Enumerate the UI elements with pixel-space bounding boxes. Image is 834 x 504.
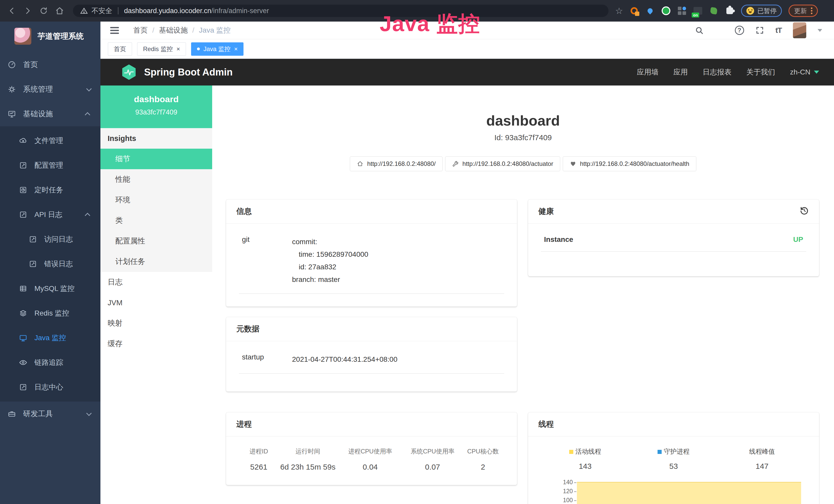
sba-nav-about[interactable]: 关于我们 — [746, 67, 775, 77]
sidebar-item-file-manage[interactable]: 文件管理 — [0, 129, 101, 153]
sidebar-item-mysql-monitor[interactable]: MySQL 监控 — [0, 276, 101, 301]
health-card: 健康 Instance UP — [528, 200, 819, 276]
breadcrumb-current: Java 监控 — [199, 25, 231, 35]
sba-nav-journal[interactable]: 日志报表 — [703, 67, 731, 77]
sba-logo-icon — [122, 64, 136, 80]
sidebar-item-system[interactable]: 系统管理 — [0, 77, 101, 102]
actuator-url-button[interactable]: http://192.168.0.2:48080/actuator — [445, 156, 560, 171]
sba-item-config-props[interactable]: 配置属性 — [101, 231, 212, 251]
sidebar-item-scheduled-tasks[interactable]: 定时任务 — [0, 178, 101, 202]
sidebar-item-config-manage[interactable]: 配置管理 — [0, 153, 101, 178]
monitor-icon — [8, 110, 16, 118]
bookmark-star-icon[interactable]: ☆ — [615, 6, 623, 15]
user-menu-caret-icon[interactable] — [817, 29, 822, 32]
kebab-menu-icon[interactable] — [811, 7, 812, 14]
sba-item-classes[interactable]: 类 — [101, 210, 212, 231]
health-url-button[interactable]: http://192.168.0.2:48080/actuator/health — [563, 156, 696, 171]
sidebar-item-infra[interactable]: 基础设施 — [0, 102, 101, 126]
tab-redis-monitor[interactable]: Redis 监控 × — [137, 42, 186, 56]
history-icon[interactable] — [799, 206, 809, 217]
leaf-extension-icon[interactable] — [709, 6, 719, 16]
briefcase-icon — [8, 410, 16, 418]
sba-item-details[interactable]: 细节 — [101, 148, 212, 169]
search-icon[interactable] — [695, 26, 704, 35]
sidebar-item-log-center[interactable]: 日志中心 — [0, 375, 101, 399]
user-avatar[interactable] — [793, 22, 806, 38]
fullscreen-icon[interactable] — [755, 26, 764, 35]
language-caret-icon — [814, 71, 819, 74]
process-table-values: 5261 6d 23h 15m 59s 0.04 0.07 2 — [239, 463, 504, 472]
pin-extension-icon[interactable] — [645, 6, 655, 16]
sba-item-metrics[interactable]: 性能 — [101, 169, 212, 190]
app-logo-row: 芋道管理系统 — [0, 22, 101, 47]
grid-extension-icon[interactable] — [677, 6, 686, 16]
gear-icon — [8, 85, 16, 93]
collapse-sidebar-icon[interactable] — [110, 30, 119, 31]
process-card: 进程 进程ID 运行时间 进程CPU使用率 系统CPU使用率 CPU核心数 52… — [226, 412, 517, 485]
sidebar-item-dev-tools[interactable]: 研发工具 — [0, 402, 101, 426]
log-edit-icon — [19, 210, 27, 219]
tab-home[interactable]: 首页 — [108, 42, 132, 56]
sidebar-item-java-monitor[interactable]: Java 监控 — [0, 325, 101, 350]
language-selector[interactable]: zh-CN — [790, 68, 819, 76]
forward-icon[interactable] — [23, 6, 32, 16]
screen-icon — [19, 334, 27, 342]
sidebar-item-api-log[interactable]: API 日志 — [0, 202, 101, 227]
threads-chart: 140 120 100 — [541, 478, 806, 504]
chevron-down-icon — [86, 411, 92, 416]
uptime-value: 6d 23h 15m 59s — [279, 463, 337, 472]
y-extension-icon[interactable] — [661, 6, 671, 16]
log-edit-icon — [29, 235, 37, 244]
download-extension-icon[interactable] — [630, 6, 639, 16]
help-icon[interactable]: ? — [735, 26, 744, 35]
peak-threads-value: 147 — [718, 462, 806, 471]
not-secure-warning-icon — [80, 7, 88, 15]
sba-item-logs[interactable]: 日志 — [101, 272, 212, 293]
app-menu: 首页 系统管理 基础设施 文件管理 配置管理 — [0, 52, 101, 426]
browser-nav — [7, 6, 64, 16]
sidebar-item-error-log[interactable]: 错误日志 — [0, 252, 101, 276]
log-edit-icon — [19, 383, 27, 391]
font-size-icon[interactable]: tT — [775, 26, 782, 35]
sba-item-jvm[interactable]: JVM — [101, 293, 212, 313]
sidebar-item-access-log[interactable]: 访问日志 — [0, 227, 101, 252]
startup-row: startup 2021-04-27T00:44:31.254+08:00 — [239, 341, 504, 373]
extensions-puzzle-icon[interactable] — [725, 6, 734, 16]
gauge-icon — [8, 61, 16, 69]
close-tab-icon[interactable]: × — [176, 46, 180, 52]
sidebar-item-tracing[interactable]: 链路追踪 — [0, 350, 101, 375]
paused-badge[interactable]: 已暂停 — [741, 5, 782, 17]
app-window: 芋道管理系统 首页 系统管理 基础设施 文件管理 — [0, 22, 834, 504]
reload-icon[interactable] — [39, 6, 48, 16]
github-icon[interactable] — [715, 26, 724, 35]
heartbeat-icon — [570, 160, 576, 167]
sba-item-caches[interactable]: 缓存 — [101, 334, 212, 354]
log-edit-icon — [29, 260, 37, 268]
sba-item-scheduled[interactable]: 计划任务 — [101, 251, 212, 272]
sba-nav-wallboard[interactable]: 应用墙 — [637, 67, 659, 77]
app-logo — [14, 28, 31, 45]
home-icon — [357, 160, 364, 167]
breadcrumb-infra[interactable]: 基础设施 — [159, 25, 188, 35]
app-sidebar: 芋道管理系统 首页 系统管理 基础设施 文件管理 — [0, 22, 101, 504]
close-tab-icon[interactable]: × — [234, 46, 238, 52]
startup-value: 2021-04-27T00:44:31.254+08:00 — [292, 353, 397, 366]
switch-on-extension-icon[interactable]: on — [693, 6, 702, 16]
breadcrumb-home[interactable]: 首页 — [133, 25, 148, 35]
update-button[interactable]: 更新 — [789, 5, 818, 17]
threads-chart-plot — [577, 478, 801, 504]
sba-item-mappings[interactable]: 映射 — [101, 313, 212, 334]
sba-brand[interactable]: Spring Boot Admin — [144, 67, 233, 78]
home-icon[interactable] — [55, 6, 64, 16]
sba-item-environment[interactable]: 环境 — [101, 190, 212, 210]
system-cpu-value: 0.07 — [403, 463, 462, 472]
tab-java-monitor[interactable]: Java 监控 × — [191, 42, 243, 56]
info-card: 信息 git commit: time: 1596289704000 id: 2… — [226, 200, 517, 306]
sba-nav-applications[interactable]: 应用 — [674, 67, 688, 77]
address-bar[interactable]: 不安全 dashboard.yudao.iocoder.cn /infra/ad… — [73, 5, 609, 17]
sidebar-item-home[interactable]: 首页 — [0, 52, 101, 77]
layers-icon — [19, 309, 27, 317]
back-icon[interactable] — [7, 6, 17, 16]
sidebar-item-redis-monitor[interactable]: Redis 监控 — [0, 301, 101, 325]
service-url-button[interactable]: http://192.168.0.2:48080/ — [350, 156, 443, 171]
